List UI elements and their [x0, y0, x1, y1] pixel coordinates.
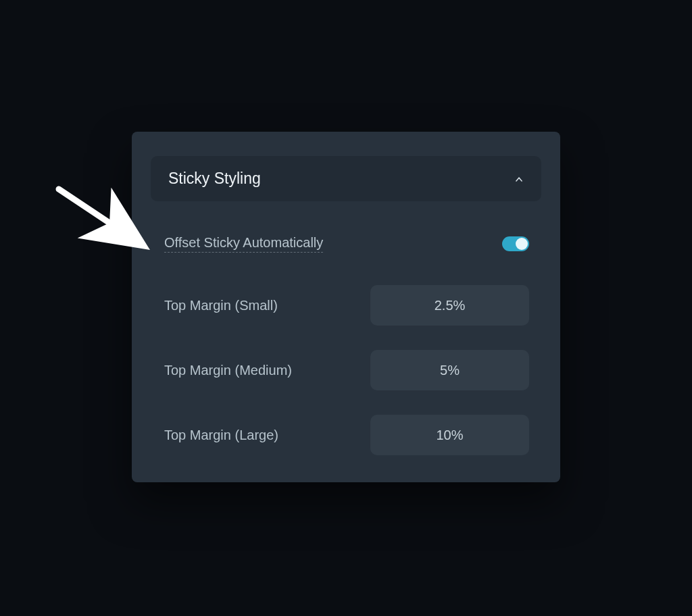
- toggle-knob: [516, 238, 528, 250]
- top-margin-small-input[interactable]: 2.5%: [370, 285, 529, 326]
- top-margin-small-label: Top Margin (Small): [164, 298, 278, 313]
- top-margin-medium-label: Top Margin (Medium): [164, 363, 292, 378]
- offset-sticky-row: Offset Sticky Automatically: [151, 235, 541, 253]
- top-margin-small-row: Top Margin (Small) 2.5%: [151, 285, 541, 326]
- offset-sticky-label: Offset Sticky Automatically: [164, 235, 323, 253]
- top-margin-large-row: Top Margin (Large) 10%: [151, 415, 541, 455]
- section-header[interactable]: Sticky Styling: [151, 156, 541, 201]
- top-margin-medium-input[interactable]: 5%: [370, 350, 529, 390]
- section-title: Sticky Styling: [168, 170, 261, 188]
- offset-sticky-toggle[interactable]: [502, 236, 529, 251]
- top-margin-large-label: Top Margin (Large): [164, 428, 278, 443]
- sticky-styling-panel: Sticky Styling Offset Sticky Automatical…: [132, 132, 560, 482]
- top-margin-medium-row: Top Margin (Medium) 5%: [151, 350, 541, 390]
- chevron-up-icon: [514, 174, 524, 184]
- top-margin-large-input[interactable]: 10%: [370, 415, 529, 455]
